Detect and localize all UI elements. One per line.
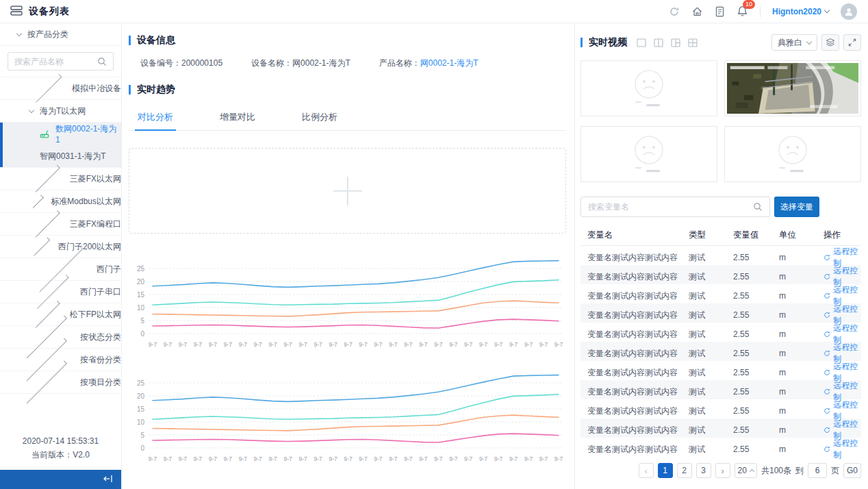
chevron-down-icon xyxy=(29,107,34,112)
prev-page-button[interactable]: ‹ xyxy=(639,463,654,478)
refresh-icon[interactable] xyxy=(669,6,680,17)
sidebar-item-label: 西门子 xyxy=(97,264,121,275)
sidebar-item-node-0[interactable]: 按产品分类 xyxy=(0,23,121,46)
video-slot-4[interactable] xyxy=(724,126,861,182)
video-slot-1[interactable] xyxy=(580,60,717,116)
sidebar-item-node-10[interactable]: 西门子 xyxy=(0,258,121,281)
chevron-down-icon xyxy=(824,8,830,13)
video-slot-2[interactable] xyxy=(724,60,861,116)
svg-text:9-7: 9-7 xyxy=(254,455,263,462)
page-button-3[interactable]: 3 xyxy=(696,463,711,478)
fullscreen-button[interactable] xyxy=(843,34,861,51)
cell-variable-name: 变量名测试内容测试内容 xyxy=(580,425,689,436)
svg-text:9-7: 9-7 xyxy=(269,455,278,462)
camera-feed-image xyxy=(727,63,858,114)
chevron-right-icon xyxy=(33,210,60,237)
sidebar-item-node-15[interactable]: 按项目分类 xyxy=(0,371,121,394)
sidebar-item-node-11[interactable]: 西门子串口 xyxy=(0,281,121,303)
tab-2[interactable]: 增量对比 xyxy=(217,105,258,130)
jump-suffix-label: 页 xyxy=(831,465,839,477)
sidebar-item-node-8[interactable]: 三菱FX编程口 xyxy=(0,213,121,236)
page-button-1[interactable]: 1 xyxy=(658,463,673,478)
cell-variable-name: 变量名测试内容测试内容 xyxy=(580,444,689,455)
table-row: 变量名测试内容测试内容测试2.55m远程控制 xyxy=(580,265,861,284)
layers-icon xyxy=(826,38,835,47)
select-variable-button[interactable]: 选择变量 xyxy=(774,197,819,217)
svg-text:9-7: 9-7 xyxy=(389,455,398,462)
tab-3[interactable]: 比例分析 xyxy=(299,105,340,130)
table-body: 变量名测试内容测试内容测试2.55m远程控制变量名测试内容测试内容测试2.55m… xyxy=(580,246,861,457)
remote-control-icon xyxy=(824,426,830,434)
svg-text:9-7: 9-7 xyxy=(434,341,443,348)
topbar: 设备列表 1 xyxy=(0,0,868,23)
layout-four-grid-icon[interactable] xyxy=(688,38,698,47)
cell-type: 测试 xyxy=(689,367,733,379)
svg-text:15: 15 xyxy=(137,405,145,413)
theme-select-value: 典雅白 xyxy=(778,37,802,49)
cell-unit: m xyxy=(779,406,824,416)
cell-type: 测试 xyxy=(689,405,733,417)
svg-text:9-7: 9-7 xyxy=(554,341,563,348)
layout-two-split-icon[interactable] xyxy=(654,38,663,47)
expand-icon xyxy=(848,38,856,47)
svg-text:9-7: 9-7 xyxy=(194,341,203,348)
remote-control-icon xyxy=(824,368,830,377)
next-page-button[interactable]: › xyxy=(715,463,730,478)
cell-variable-name: 变量名测试内容测试内容 xyxy=(580,310,689,321)
device-name-field: 设备名称：网0002-1-海为T xyxy=(251,58,350,69)
layout-three-split-icon[interactable] xyxy=(671,38,680,47)
collapse-sidebar-icon[interactable] xyxy=(102,474,114,486)
column-actions: 操作 xyxy=(824,229,861,241)
avatar[interactable] xyxy=(841,3,857,20)
sidebar-item-node-5[interactable]: 智网0031-1-海为T xyxy=(0,145,121,168)
svg-text:9-7: 9-7 xyxy=(239,455,248,462)
variable-search-input[interactable] xyxy=(588,202,749,212)
sidebar-item-node-6[interactable]: 三菱FX以太网 xyxy=(0,168,121,190)
footer-version: 当前版本：V2.0 xyxy=(0,448,121,462)
layers-button[interactable] xyxy=(821,34,839,51)
cell-variable-name: 变量名测试内容测试内容 xyxy=(580,252,689,264)
theme-select[interactable]: 典雅白 xyxy=(771,34,817,51)
sidebar-item-node-2[interactable]: 模拟中冶设备 xyxy=(0,77,121,100)
svg-text:9-7: 9-7 xyxy=(314,455,322,462)
sidebar-item-label: 模拟中冶设备 xyxy=(72,83,121,95)
chevron-right-icon xyxy=(33,165,60,192)
tab-1[interactable]: 对比分析 xyxy=(135,105,176,130)
cell-value: 2.55 xyxy=(733,272,779,281)
video-layout-switcher xyxy=(637,38,698,47)
product-search-row xyxy=(0,46,121,77)
cell-value: 2.55 xyxy=(733,329,779,339)
product-name-link[interactable]: 网0002-1-海为T xyxy=(420,58,478,68)
sidebar-item-selected-device[interactable]: 数网0002-1-海为1 xyxy=(0,123,121,145)
go-button[interactable]: G0 xyxy=(843,463,861,478)
add-chart-placeholder[interactable] xyxy=(129,148,566,234)
document-icon[interactable] xyxy=(715,6,725,17)
home-icon[interactable] xyxy=(691,6,703,17)
svg-text:9-7: 9-7 xyxy=(209,455,218,462)
sidebar-item-node-9[interactable]: 西门子200以太网 xyxy=(0,236,121,258)
video-slot-3[interactable] xyxy=(580,126,717,182)
product-search-input[interactable] xyxy=(14,57,93,66)
product-name-field: 产品名称：网0002-1-海为T xyxy=(379,58,478,69)
svg-text:9-7: 9-7 xyxy=(524,341,533,348)
page-size-select[interactable]: 20 xyxy=(735,463,757,478)
series-blue xyxy=(153,261,559,288)
page-button-2[interactable]: 2 xyxy=(677,463,692,478)
notifications-bell-icon[interactable]: 10 xyxy=(737,5,748,17)
sidebar-item-node-3[interactable]: 海为T以太网 xyxy=(0,100,121,123)
jump-page-input[interactable] xyxy=(808,463,827,478)
username: Hignton2020 xyxy=(772,7,821,16)
sidebar-item-label: 智网0031-1-海为T xyxy=(40,151,106,162)
remote-control-link[interactable]: 远程控制 xyxy=(824,438,861,461)
user-menu[interactable]: Hignton2020 xyxy=(772,7,829,16)
chevron-up-icon xyxy=(750,468,754,473)
layout-single-icon[interactable] xyxy=(637,38,646,47)
sidebar-collapse-bar[interactable] xyxy=(0,470,121,489)
svg-text:9-7: 9-7 xyxy=(419,341,428,348)
svg-text:9-7: 9-7 xyxy=(464,341,473,348)
svg-text:9-7: 9-7 xyxy=(539,455,548,462)
svg-text:9-7: 9-7 xyxy=(224,455,233,462)
sidebar-item-node-7[interactable]: 标准Modbus以太网 xyxy=(0,190,121,213)
svg-text:9-7: 9-7 xyxy=(239,341,248,348)
cell-variable-name: 变量名测试内容测试内容 xyxy=(580,348,689,360)
